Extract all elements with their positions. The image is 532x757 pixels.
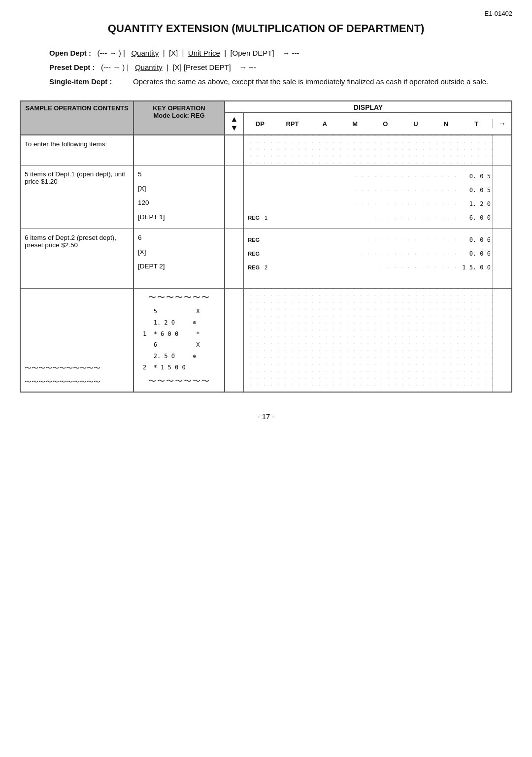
disp-row-reg-006a: REG · · · · · · · · · · · · · · · 0. 0 6	[246, 233, 491, 247]
disp-arrow-left-3	[225, 229, 244, 288]
arrow-right: →	[493, 119, 511, 128]
diagram-header: SAMPLE OPERATION CONTENTS KEY OPERATION …	[21, 101, 511, 135]
open-dept-flow: (--- → ) |	[98, 49, 125, 57]
receipt-arrow-left	[225, 289, 244, 392]
receipt-line-5: 2. 5 0 ⊕	[143, 351, 220, 362]
disp-data-2: · · · · · · · · · · · · · · · · 0. 0 5 ·…	[244, 165, 493, 229]
main-title: QUANTITY EXTENSION (MULTIPLICATION OF DE…	[20, 22, 512, 35]
receipt-line-4: 6 X	[143, 339, 220, 351]
dept2-key: 6 [X] [DEPT 2]	[134, 229, 225, 288]
disp-arrow-left-1	[225, 135, 244, 165]
disp-arrow-left-2	[225, 165, 244, 229]
open-dept-quantity: Quantity	[131, 49, 159, 57]
receipt-left: 〜〜〜〜〜〜〜〜〜〜〜 〜〜〜〜〜〜〜〜〜〜〜	[21, 289, 134, 392]
dept1-sample: 5 items of Dept.1 (open dept), unit pric…	[21, 165, 134, 229]
body-row-intro: To enter the following items:	[21, 135, 511, 165]
disp-arrow-right-2	[493, 165, 511, 229]
open-dept-unit-price: Unit Price	[188, 49, 220, 57]
diagram-container: SAMPLE OPERATION CONTENTS KEY OPERATION …	[20, 100, 512, 393]
sample-header: SAMPLE OPERATION CONTENTS	[21, 101, 134, 134]
preset-dept-line: Preset Dept : (--- → ) | Quantity | [X] …	[20, 63, 512, 71]
key-dept2: [DEPT 2]	[138, 263, 220, 270]
key-120: 120	[138, 199, 220, 206]
dept2-display: REG · · · · · · · · · · · · · · · 0. 0 6…	[225, 229, 511, 288]
preset-dept-flow: (--- → ) |	[101, 63, 129, 71]
open-dept-arrow: → ---	[282, 49, 299, 57]
disp-row-reg2-1500: REG 2 · · · · · · · · · · · · 1 5. 0 0	[246, 261, 491, 274]
dept1-display: · · · · · · · · · · · · · · · · 0. 0 5 ·…	[225, 165, 511, 229]
key-dept1: [DEPT 1]	[138, 213, 220, 221]
single-item-line: Single-item Dept : Operates the same as …	[20, 77, 512, 86]
receipt-line-3: 1 * 6 0 0 *	[143, 329, 220, 340]
preset-dept-quantity: Quantity	[135, 63, 163, 71]
key-header: KEY OPERATION Mode Lock: REG	[134, 101, 225, 134]
display-subheader: ▲ ▼ DP RPT A M O U N T →	[225, 113, 511, 134]
key-5: 5	[138, 170, 220, 178]
intro-display	[225, 135, 511, 165]
disp-row-120: · · · · · · · · · · · · · · · · 1. 2 0	[246, 197, 491, 211]
arrow-up-down: ▲ ▼	[225, 113, 244, 134]
receipt-center: 〜〜〜〜〜〜〜 5 X 1. 2 0 ⊕ 1 * 6 0 0 * 6 X 2. …	[134, 289, 225, 392]
disp-data-1	[244, 135, 493, 165]
open-dept-x: [X]	[169, 49, 178, 57]
open-dept-label: Open Dept :	[49, 49, 91, 57]
preset-dept-arrow: → ---	[239, 63, 256, 71]
disp-data-3: REG · · · · · · · · · · · · · · · 0. 0 6…	[244, 229, 493, 288]
display-label: DISPLAY	[225, 101, 511, 113]
receipt-display	[225, 289, 511, 392]
body-row-dept2: 6 items of Dept.2 (preset dept), preset …	[21, 229, 511, 288]
intro-key	[134, 135, 225, 165]
disp-row-reg1-600: REG 1 · · · · · · · · · · · · · 6. 0 0	[246, 211, 491, 225]
disp-row-005b: · · · · · · · · · · · · · · · · 0. 0 5	[246, 183, 491, 197]
disp-arrow-right-3	[493, 229, 511, 288]
receipt-line-6: 2 * 1 5 0 0	[143, 362, 220, 373]
receipt-section: 〜〜〜〜〜〜〜〜〜〜〜 〜〜〜〜〜〜〜〜〜〜〜 〜〜〜〜〜〜〜 5 X 1. 2…	[21, 288, 511, 392]
dept1-key: 5 [X] 120 [DEPT 1]	[134, 165, 225, 229]
preset-dept-x: [X] [Preset DEPT]	[172, 63, 231, 71]
receipt-data	[244, 289, 493, 392]
preset-dept-label: Preset Dept :	[49, 63, 95, 71]
display-header: DISPLAY ▲ ▼ DP RPT A M O U N T →	[225, 101, 511, 134]
receipt-line-1: 5 X	[143, 306, 220, 317]
page-number: - 17 -	[20, 412, 512, 421]
single-item-label: Single-item Dept :	[49, 77, 133, 86]
disp-arrow-right-1	[493, 135, 511, 165]
display-col-labels: DP RPT A M O U N T	[244, 119, 493, 129]
open-dept-line: Open Dept : (--- → ) | Quantity | [X] | …	[20, 49, 512, 57]
body-row-dept1: 5 items of Dept.1 (open dept), unit pric…	[21, 165, 511, 229]
disp-row-005a: · · · · · · · · · · · · · · · · 0. 0 5	[246, 169, 491, 183]
key-6: 6	[138, 234, 220, 241]
key-x2: [X]	[138, 248, 220, 256]
receipt-line-2: 1. 2 0 ⊕	[143, 317, 220, 329]
dept2-sample: 6 items of Dept.2 (preset dept), preset …	[21, 229, 134, 288]
single-item-text: Operates the same as above, except that …	[133, 77, 512, 86]
open-dept-dept: [Open DEPT]	[230, 49, 274, 57]
disp-row-reg-006b: REG · · · · · · · · · · · · · · · 0. 0 6	[246, 247, 491, 261]
key-x1: [X]	[138, 185, 220, 192]
receipt-arrow-right	[493, 289, 511, 392]
intro-sample: To enter the following items:	[21, 135, 134, 165]
page-id: E1-01402	[20, 10, 512, 17]
